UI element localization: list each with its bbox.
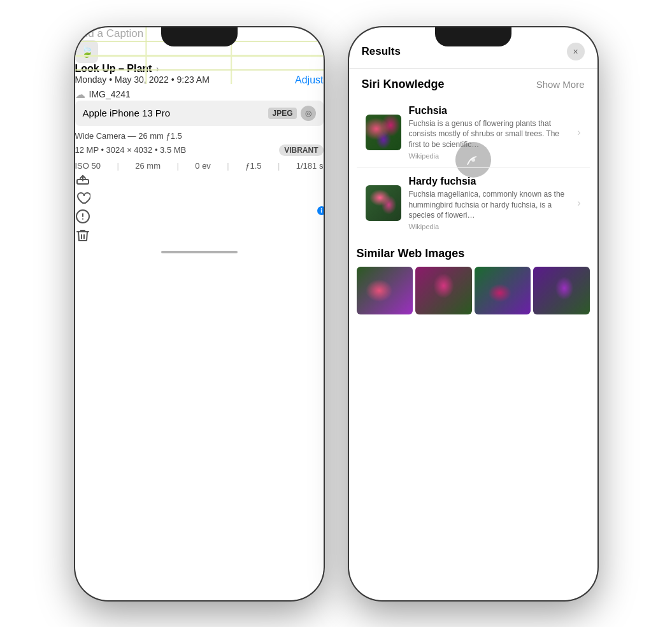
photo-toolbar: i	[75, 171, 324, 247]
shutter-value: 1/181 s	[296, 161, 324, 171]
divider1: |	[117, 161, 118, 171]
left-phone: Add a Caption 🍃 Look Up – Plant › Monday…	[75, 27, 324, 600]
show-more-button[interactable]: Show More	[536, 79, 585, 90]
camera-badges: JPEG ◎	[268, 106, 315, 121]
divider2: |	[176, 161, 178, 171]
hardy-chevron-icon: ›	[577, 197, 580, 209]
fuchsia-thumbnail	[366, 115, 401, 150]
divider3: |	[227, 161, 229, 171]
knowledge-item-fuchsia[interactable]: Fuchsia Fuchsia is a genus of flowering …	[357, 97, 590, 168]
delete-button[interactable]	[75, 228, 324, 247]
exif-row: ISO 50 | 26 mm | 0 ev | ƒ1.5 | 1/181 s	[75, 161, 324, 171]
resolution-text: 12 MP • 3024 × 4032 • 3.5 MB	[75, 145, 187, 155]
knowledge-card: Fuchsia Fuchsia is a genus of flowering …	[357, 97, 590, 239]
knowledge-item-hardy[interactable]: Hardy fuchsia Fuchsia magellanica, commo…	[357, 168, 590, 238]
close-icon: ×	[573, 46, 578, 57]
ev-value: 0 ev	[195, 161, 211, 171]
siri-knowledge-title: Siri Knowledge	[362, 78, 445, 91]
camera-model-row: Apple iPhone 13 Pro JPEG ◎	[75, 101, 324, 126]
web-image-3[interactable]	[475, 267, 531, 314]
style-badge: VIBRANT	[279, 144, 323, 156]
results-title: Results	[362, 45, 401, 58]
hardy-thumbnail	[366, 185, 401, 221]
fuchsia-name: Fuchsia	[409, 105, 570, 116]
filename-text: IMG_4241	[89, 89, 131, 99]
divider4: |	[278, 161, 280, 171]
right-phone: Results × Siri Knowledge Show More Fuchs…	[349, 27, 597, 600]
resolution-row: 12 MP • 3024 × 4032 • 3.5 MB VIBRANT	[75, 144, 324, 156]
camera-info-section: Apple iPhone 13 Pro JPEG ◎ Wide Camera —…	[75, 101, 324, 171]
results-panel[interactable]: Results × Siri Knowledge Show More Fuchs…	[349, 27, 597, 321]
share-button[interactable]	[75, 171, 324, 190]
results-header: Results ×	[349, 35, 597, 69]
home-indicator	[161, 251, 238, 253]
left-phone-screen: Add a Caption 🍃 Look Up – Plant › Monday…	[75, 27, 324, 600]
cloud-icon: ☁	[75, 88, 85, 101]
drag-handle[interactable]	[462, 32, 485, 35]
fuchsia-content: Fuchsia Fuchsia is a genus of flowering …	[409, 105, 570, 160]
info-badge: i	[317, 206, 324, 215]
format-badge: JPEG	[268, 108, 296, 119]
location-icon: ◎	[301, 106, 316, 121]
filename-row: ☁ IMG_4241	[75, 88, 324, 101]
hardy-name: Hardy fuchsia	[409, 176, 570, 187]
info-button[interactable]: i	[75, 209, 324, 228]
similar-web-images-section: Similar Web Images	[349, 238, 597, 321]
web-image-2[interactable]	[415, 267, 472, 314]
fuchsia-source: Wikipedia	[409, 152, 570, 160]
web-image-1[interactable]	[357, 267, 413, 314]
hardy-description: Fuchsia magellanica, commonly known as t…	[409, 189, 570, 221]
iso-value: ISO 50	[75, 161, 101, 171]
web-image-4[interactable]	[533, 267, 590, 314]
map-roads-svg	[75, 27, 324, 84]
lens-info: Wide Camera — 26 mm ƒ1.5	[75, 131, 324, 141]
hardy-content: Hardy fuchsia Fuchsia magellanica, commo…	[409, 176, 570, 230]
right-phone-screen: Results × Siri Knowledge Show More Fuchs…	[349, 27, 597, 600]
aperture-value: ƒ1.5	[245, 161, 261, 171]
fuchsia-description: Fuchsia is a genus of flowering plants t…	[409, 118, 570, 150]
hardy-source: Wikipedia	[409, 223, 570, 230]
favorite-button[interactable]	[75, 190, 324, 209]
siri-knowledge-header: Siri Knowledge Show More	[349, 69, 597, 97]
web-images-grid	[357, 267, 590, 314]
fuchsia-chevron-icon: ›	[577, 127, 580, 138]
camera-model-text: Apple iPhone 13 Pro	[83, 108, 171, 118]
close-button[interactable]: ×	[567, 43, 585, 60]
similar-web-title: Similar Web Images	[357, 247, 590, 260]
focal-value: 26 mm	[135, 161, 161, 171]
